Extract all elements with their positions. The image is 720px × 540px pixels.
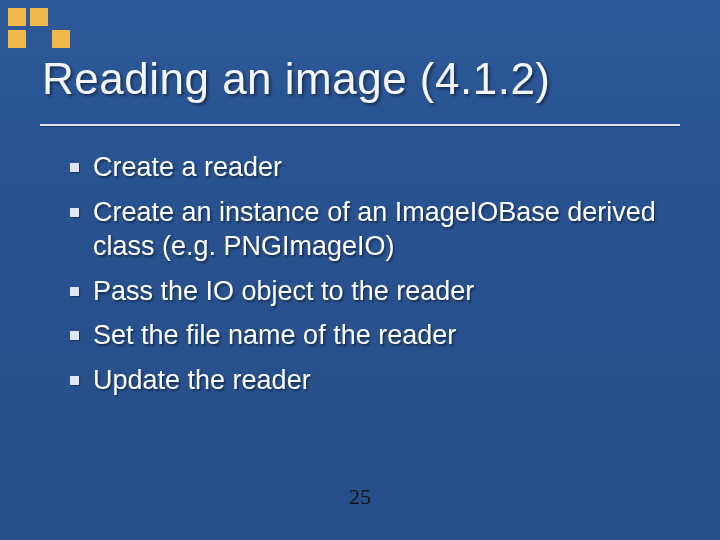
list-item: Pass the IO object to the reader (70, 274, 670, 309)
bullet-icon (70, 331, 79, 340)
list-item-text: Set the file name of the reader (93, 318, 670, 353)
bullet-icon (70, 163, 79, 172)
list-item: Set the file name of the reader (70, 318, 670, 353)
list-item: Create an instance of an ImageIOBase der… (70, 195, 670, 264)
list-item: Update the reader (70, 363, 670, 398)
list-item-text: Create a reader (93, 150, 670, 185)
list-item-text: Update the reader (93, 363, 670, 398)
bullet-icon (70, 376, 79, 385)
title-divider (40, 124, 680, 126)
list-item-text: Create an instance of an ImageIOBase der… (93, 195, 670, 264)
bullet-icon (70, 287, 79, 296)
page-number: 25 (349, 484, 371, 510)
list-item: Create a reader (70, 150, 670, 185)
list-item-text: Pass the IO object to the reader (93, 274, 670, 309)
slide: Reading an image (4.1.2) Create a reader… (0, 0, 720, 540)
bullet-icon (70, 208, 79, 217)
slide-title: Reading an image (4.1.2) (42, 54, 551, 104)
bullet-list: Create a reader Create an instance of an… (70, 150, 670, 407)
